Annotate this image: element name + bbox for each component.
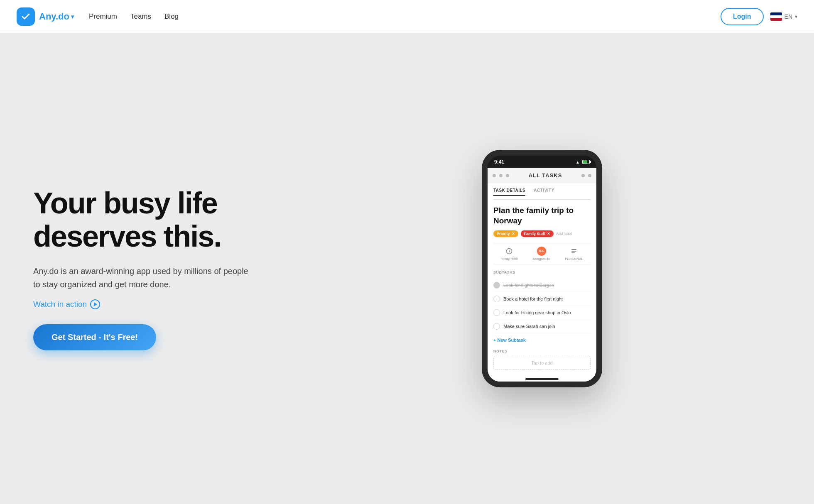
phone-content: TASK DETAILS ACTIVITY Plan the family tr… <box>488 183 596 374</box>
play-triangle-icon <box>94 302 97 306</box>
notes-placeholder: Tap to add <box>498 360 586 365</box>
lang-code: EN <box>785 13 792 20</box>
get-started-button[interactable]: Get Started - It's Free! <box>33 324 156 350</box>
family-label: Family Stuff ✕ <box>521 230 554 237</box>
meta-assigned: KA Assigned to <box>533 247 550 261</box>
subtask-text-3: Look for Hiking gear shop in Oslo <box>503 310 571 315</box>
subtask-checkbox-1[interactable] <box>493 282 500 289</box>
avatar: KA <box>537 247 546 256</box>
phone-screen: ALL TASKS TASK DETAILS ACTIVITY Plan the… <box>488 168 596 381</box>
task-title: Plan the family trip to Norway <box>493 206 591 226</box>
lang-chevron-icon: ▾ <box>795 14 797 20</box>
subtask-checkbox-4[interactable] <box>493 323 500 330</box>
battery-icon <box>582 160 590 164</box>
subtask-item-4: Make sure Sarah can join <box>493 320 591 333</box>
language-selector[interactable]: EN ▾ <box>770 12 797 21</box>
nav-item-teams[interactable]: Teams <box>130 12 151 21</box>
subtask-text-2: Book a hotel for the first night <box>503 296 563 301</box>
subtask-item-3: Look for Hiking gear shop in Oslo <box>493 306 591 320</box>
subtask-text-4: Make sure Sarah can join <box>503 324 555 329</box>
hero-right: 9:41 ▲ ALL TASKS <box>303 150 781 387</box>
notes-heading: NOTES <box>493 349 591 353</box>
nav-link-blog[interactable]: Blog <box>164 12 179 20</box>
phone-time: 9:41 <box>494 159 504 165</box>
subtask-checkbox-2[interactable] <box>493 296 500 302</box>
battery-fill <box>583 160 587 164</box>
toolbar-dot-4 <box>581 174 585 177</box>
svg-rect-3 <box>571 252 575 253</box>
task-labels: Priority ✕ Family Stuff ✕ Add label <box>493 230 591 237</box>
home-bar-indicator <box>525 378 559 380</box>
add-label-button[interactable]: Add label <box>556 232 572 236</box>
meta-list-label: PERSONAL <box>565 257 583 261</box>
meta-date: Today, 9:00 <box>501 247 518 261</box>
family-label-close[interactable]: ✕ <box>547 232 550 236</box>
login-button[interactable]: Login <box>721 8 764 25</box>
logo[interactable]: Any.do ▾ <box>17 7 74 26</box>
logo-chevron-icon: ▾ <box>71 13 74 20</box>
svg-rect-2 <box>571 251 576 252</box>
phone-app-title: ALL TASKS <box>529 172 562 179</box>
task-tabs: TASK DETAILS ACTIVITY <box>493 188 591 200</box>
phone-status-bar: 9:41 ▲ <box>488 156 596 168</box>
phone-home-bar <box>488 375 596 382</box>
flag-icon <box>770 12 782 21</box>
phone-mockup: 9:41 ▲ ALL TASKS <box>482 150 602 387</box>
logo-text: Any.do ▾ <box>39 11 74 22</box>
nav-link-premium[interactable]: Premium <box>89 12 117 20</box>
hero-heading: Your busy life deserves this. <box>33 187 303 252</box>
priority-label: Priority ✕ <box>493 230 518 237</box>
wifi-icon: ▲ <box>576 160 580 164</box>
toolbar-dot-3 <box>506 174 509 177</box>
tab-activity[interactable]: ACTIVITY <box>534 188 554 196</box>
hero-section: Your busy life deserves this. Any.do is … <box>0 33 814 504</box>
list-icon <box>569 247 579 256</box>
play-circle-icon <box>90 299 100 309</box>
phone-status-icons: ▲ <box>576 160 590 164</box>
nav-link-teams[interactable]: Teams <box>130 12 151 20</box>
subtask-item-2: Book a hotel for the first night <box>493 292 591 306</box>
toolbar-dot-2 <box>499 174 503 177</box>
subtasks-heading: SUBTASKS <box>493 270 591 274</box>
toolbar-dot-5 <box>588 174 591 177</box>
notes-section: NOTES Tap to add <box>493 349 591 370</box>
nav-left: Any.do ▾ Premium Teams Blog <box>17 7 721 26</box>
logo-icon <box>17 7 35 26</box>
meta-date-label: Today, 9:00 <box>501 257 518 261</box>
hero-subtext: Any.do is an award-winning app used by m… <box>33 264 253 291</box>
svg-rect-1 <box>571 249 576 250</box>
tab-task-details[interactable]: TASK DETAILS <box>493 188 525 196</box>
nav-right: Login EN ▾ <box>721 8 797 25</box>
navbar: Any.do ▾ Premium Teams Blog Login EN ▾ <box>0 0 814 33</box>
nav-links: Premium Teams Blog <box>89 12 179 21</box>
subtask-text-1: Look for flights to Bergen <box>503 283 554 288</box>
subtask-item-1: Look for flights to Bergen <box>493 279 591 292</box>
watch-action-link[interactable]: Watch in action <box>33 299 303 309</box>
task-meta: Today, 9:00 KA Assigned to <box>493 243 591 264</box>
toolbar-right-icons <box>581 174 591 177</box>
subtask-checkbox-3[interactable] <box>493 309 500 316</box>
new-subtask-button[interactable]: + New Subtask <box>493 333 591 347</box>
toolbar-dot-1 <box>493 174 496 177</box>
nav-item-premium[interactable]: Premium <box>89 12 117 21</box>
clock-icon <box>505 247 514 256</box>
toolbar-left-icons <box>493 174 509 177</box>
nav-item-blog[interactable]: Blog <box>164 12 179 21</box>
phone-app-toolbar: ALL TASKS <box>488 168 596 183</box>
meta-assigned-label: Assigned to <box>533 257 550 261</box>
notes-input[interactable]: Tap to add <box>493 356 591 370</box>
hero-left: Your busy life deserves this. Any.do is … <box>33 187 303 350</box>
meta-list: PERSONAL <box>565 247 583 261</box>
priority-label-close[interactable]: ✕ <box>512 232 515 236</box>
